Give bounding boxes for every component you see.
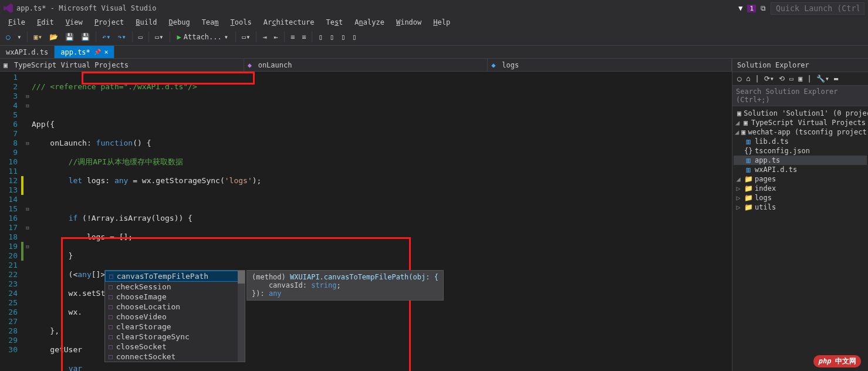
- save-button[interactable]: 💾: [63, 32, 76, 42]
- intellisense-item[interactable]: ⬚clearStorageSync: [105, 332, 245, 342]
- se-file-node-selected[interactable]: ▥app.ts: [734, 156, 867, 165]
- se-tree[interactable]: ▣Solution 'Solution1' (0 projects) ◢▣Typ…: [732, 106, 868, 371]
- nav-member[interactable]: ◆onLaunch: [244, 59, 488, 71]
- solution-icon: ▣: [737, 109, 741, 117]
- tool-7[interactable]: ▯: [327, 32, 336, 42]
- se-folder-pages[interactable]: ◢📁pages: [734, 174, 867, 184]
- pin-icon[interactable]: 📌: [94, 49, 101, 55]
- quick-launch-input[interactable]: [771, 2, 864, 15]
- tool-6[interactable]: ▯: [316, 32, 325, 42]
- se-vproj-node[interactable]: ◢▣TypeScript Virtual Projects: [734, 118, 867, 127]
- nav-back-button[interactable]: ◯: [4, 32, 12, 42]
- intellisense-item[interactable]: ⬚chooseVideo: [105, 312, 245, 322]
- file-icon: ▥: [744, 137, 752, 146]
- se-folder-index[interactable]: ▷📁index: [734, 184, 867, 193]
- se-search-input[interactable]: Search Solution Explorer (Ctrl+;): [732, 86, 868, 106]
- open-button[interactable]: 📂: [47, 32, 60, 42]
- se-folder-utils[interactable]: ▷📁utils: [734, 203, 867, 212]
- se-prop-icon[interactable]: ▬: [833, 74, 839, 83]
- line-gutter: 1234567891011121314151617181920212223242…: [0, 72, 21, 371]
- se-file-node[interactable]: ▥lib.d.ts: [734, 137, 867, 146]
- menu-debug[interactable]: Debug: [164, 17, 195, 28]
- tool-5[interactable]: ≡: [299, 32, 308, 42]
- se-sync-icon[interactable]: ⟳▾: [763, 74, 775, 83]
- folder-icon: 📁: [744, 184, 752, 193]
- tool-2[interactable]: ⇥: [260, 32, 269, 42]
- menu-build[interactable]: Build: [131, 17, 161, 28]
- intellisense-item[interactable]: ⬚connectSocket: [105, 352, 245, 362]
- menu-edit[interactable]: Edit: [32, 17, 59, 28]
- fold-gutter[interactable]: ⊟⊟⊟⊟⊟⊟: [23, 72, 32, 371]
- intellisense-popup[interactable]: ⬚canvasToTempFilePath ⬚checkSession ⬚cho…: [104, 270, 245, 362]
- se-refresh-icon[interactable]: ⟲: [778, 74, 786, 83]
- se-wrench-icon[interactable]: 🔧▾: [815, 74, 830, 83]
- se-show-all-icon[interactable]: ▣: [797, 74, 803, 83]
- tab-wxapi[interactable]: wxAPI.d.ts: [0, 46, 55, 58]
- project-icon: ▣: [4, 61, 12, 69]
- menu-architecture[interactable]: Architecture: [259, 17, 319, 28]
- field-icon: ◆: [491, 61, 499, 69]
- menu-window[interactable]: Window: [391, 17, 426, 28]
- folder-icon: 📁: [744, 194, 752, 202]
- close-icon[interactable]: ✕: [104, 48, 109, 56]
- intellisense-item[interactable]: ⬚clearStorage: [105, 322, 245, 332]
- new-item-button[interactable]: ▣▾: [31, 32, 44, 42]
- find-button[interactable]: ▭: [136, 32, 145, 42]
- tool-4[interactable]: ≡: [288, 32, 297, 42]
- notification-badge[interactable]: 1: [747, 5, 756, 12]
- config-button[interactable]: ▭▾: [153, 32, 166, 42]
- code-navigator: ▣TypeScript Virtual Projects ◆onLaunch ◆…: [0, 59, 732, 72]
- filter-icon[interactable]: ▼: [738, 4, 742, 12]
- intellisense-item[interactable]: ⬚closeSocket: [105, 342, 245, 352]
- menu-team[interactable]: Team: [197, 17, 224, 28]
- se-toolbar: ◯ ⌂ | ⟳▾ ⟲ ▭ ▣ | 🔧▾ ▬: [732, 72, 868, 86]
- redo-button[interactable]: ↷▾: [115, 32, 128, 42]
- watermark-badge: php 中文网: [813, 355, 861, 367]
- se-collapse-icon[interactable]: ▭: [788, 74, 795, 83]
- tool-3[interactable]: ⇤: [272, 32, 281, 42]
- menu-analyze[interactable]: Analyze: [350, 17, 389, 28]
- tab-appts[interactable]: app.ts*📌✕: [55, 46, 114, 58]
- tool-9[interactable]: ▯: [350, 32, 359, 42]
- intellisense-item[interactable]: ⬚chooseLocation: [105, 302, 245, 312]
- nav-local[interactable]: ◆logs: [488, 59, 732, 71]
- solution-explorer: Solution Explorer ◯ ⌂ | ⟳▾ ⟲ ▭ ▣ | 🔧▾ ▬ …: [732, 59, 868, 371]
- code-editor[interactable]: 1234567891011121314151617181920212223242…: [0, 72, 732, 371]
- menu-project[interactable]: Project: [90, 17, 129, 28]
- se-file-node[interactable]: ▥wxAPI.d.ts: [734, 165, 867, 174]
- attach-button[interactable]: ▶Attach...▾: [174, 32, 232, 42]
- tool-8[interactable]: ▯: [339, 32, 347, 42]
- undo-button[interactable]: ↶▾: [100, 32, 113, 42]
- menu-help[interactable]: Help: [428, 17, 455, 28]
- se-folder-logs[interactable]: ▷📁logs: [734, 193, 867, 203]
- se-back-icon[interactable]: ◯: [736, 74, 742, 83]
- menu-test[interactable]: Test: [321, 17, 347, 28]
- method-icon: ⬚: [109, 303, 113, 311]
- intellisense-item[interactable]: ⬚checkSession: [105, 282, 245, 292]
- method-icon: ⬚: [109, 293, 113, 301]
- menu-view[interactable]: View: [61, 17, 87, 28]
- vs-logo-icon: [4, 4, 13, 13]
- svg-marker-0: [4, 4, 13, 13]
- method-icon: ⬚: [109, 313, 113, 321]
- feedback-icon[interactable]: ⧉: [761, 4, 766, 12]
- toolbar: ◯ ▾ ▣▾ 📂 💾 💾 ↶▾ ↷▾ ▭ ▭▾ ▶Attach...▾ ▭▾ ⇥…: [0, 28, 868, 46]
- nav-project[interactable]: ▣TypeScript Virtual Projects: [0, 59, 244, 71]
- intellisense-scrollbar[interactable]: [238, 271, 245, 362]
- signature-tooltip: (method) WXUIAPI.canvasToTempFilePath(ob…: [246, 270, 444, 301]
- intellisense-item[interactable]: ⬚chooseImage: [105, 292, 245, 302]
- folder-icon: 📁: [744, 203, 752, 211]
- nav-fwd-button[interactable]: ▾: [15, 32, 23, 42]
- method-icon: ⬚: [109, 272, 113, 280]
- se-app-node[interactable]: ◢▣wechat-app (tsconfig project): [734, 127, 867, 137]
- json-icon: {}: [744, 147, 752, 155]
- save-all-button[interactable]: 💾: [79, 32, 92, 42]
- menu-file[interactable]: File: [4, 17, 30, 28]
- menu-tools[interactable]: Tools: [226, 17, 256, 28]
- tool-1[interactable]: ▭▾: [239, 32, 252, 42]
- se-solution-node[interactable]: ▣Solution 'Solution1' (0 projects): [734, 109, 867, 118]
- se-file-node[interactable]: {}tsconfig.json: [734, 146, 867, 156]
- se-home-icon[interactable]: ⌂: [745, 74, 751, 83]
- intellisense-item[interactable]: ⬚canvasToTempFilePath: [105, 271, 245, 282]
- ts-icon: ▥: [744, 156, 752, 164]
